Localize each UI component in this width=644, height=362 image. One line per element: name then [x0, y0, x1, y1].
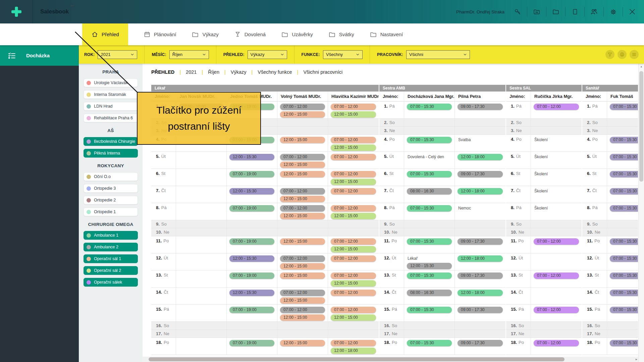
shift-pill[interactable]: 07:00 - 15:30 — [610, 137, 638, 143]
shift-pill[interactable]: 12:00 - 15:00 — [280, 340, 325, 346]
shift-pill[interactable]: 08:00 - 16:30 — [407, 188, 452, 194]
shift-pill[interactable]: 07:00 - 15:30 — [610, 238, 638, 245]
menu-button[interactable] — [630, 50, 639, 59]
shift-pill[interactable]: 07:00 - 12:00 — [331, 238, 376, 245]
shift-pill[interactable]: 07:00 - 12:00 — [331, 290, 376, 296]
shift-pill[interactable]: 07:00 - 19:00 — [229, 238, 274, 245]
location-item[interactable]: Ambulance 1 — [84, 231, 138, 240]
shift-pill[interactable]: 07:00 - 12:00 — [331, 340, 376, 346]
shift-pill[interactable]: 12:00 - 15:00 — [280, 273, 325, 279]
shift-pill[interactable]: 12:00 - 15:00 — [280, 314, 325, 321]
location-item[interactable]: Ortopedie 1 — [84, 207, 138, 216]
shift-pill[interactable]: 07:00 - 19:00 — [229, 340, 274, 346]
location-item[interactable]: Urologie Václavák — [84, 78, 138, 87]
shift-pill[interactable]: 07:00 - 19:00 — [229, 171, 274, 177]
shift-pill[interactable]: 12:00 - 15:00 — [331, 111, 376, 118]
shift-pill[interactable]: 07:00 - 15:30 — [407, 307, 452, 313]
shift-pill[interactable]: 12:00 - 15:00 — [280, 171, 325, 177]
shift-pill[interactable]: 09:00 - 17:30 — [458, 340, 503, 346]
shift-pill[interactable]: 12:00 - 18:00 — [331, 348, 376, 354]
location-item[interactable]: Interna Staromák — [84, 90, 138, 99]
sidebar-collapse-button[interactable]: ← — [69, 1, 75, 8]
shift-pill[interactable]: 12:00 - 15:00 — [280, 196, 325, 202]
shift-pill[interactable]: 12:00 - 15:00 — [280, 297, 325, 304]
location-item[interactable]: LDN Hrad — [84, 102, 138, 111]
shift-pill[interactable]: 12:00 - 15:00 — [331, 144, 376, 151]
shift-pill[interactable]: 09:00 - 17:30 — [458, 307, 503, 313]
tab-dovolena[interactable]: Dovolená — [234, 23, 266, 45]
schedule-note[interactable]: Nemoc — [458, 206, 503, 211]
mesic-select[interactable]: Říjen — [169, 50, 209, 59]
schedule-note[interactable]: Dovolená - Celý den — [408, 155, 452, 160]
shift-pill[interactable]: 07:00 - 12:00 — [331, 205, 376, 212]
shift-pill[interactable]: 12:00 - 15:30 — [229, 188, 274, 194]
shift-pill[interactable]: 07:00 - 12:00 — [280, 307, 325, 313]
shift-pill[interactable]: 07:00 - 12:00 — [331, 188, 376, 194]
location-item[interactable]: Oční O.o — [84, 172, 138, 181]
key-icon[interactable] — [513, 7, 523, 17]
shift-pill[interactable]: 12:00 - 15:00 — [280, 263, 325, 269]
users-icon[interactable] — [589, 7, 599, 17]
scroll-up-icon[interactable]: ▲ — [639, 65, 644, 68]
location-item[interactable]: Ortopedie 3 — [84, 184, 138, 193]
shift-pill[interactable]: 07:00 - 15:30 — [407, 171, 452, 177]
shift-pill[interactable]: 12:00 - 15:00 — [280, 213, 325, 219]
shift-pill[interactable]: 07:00 - 12:00 — [331, 171, 376, 177]
shift-pill[interactable]: 09:00 - 17:30 — [458, 104, 503, 110]
shift-pill[interactable]: 12:00 - 15:00 — [331, 314, 376, 321]
shift-pill[interactable]: 07:00 - 12:00 — [534, 238, 579, 245]
vertical-scrollbar[interactable]: ▲ — [638, 64, 644, 362]
shift-pill[interactable]: 12:00 - 15:00 — [280, 137, 325, 143]
funkce-select[interactable]: Všechny — [323, 50, 363, 59]
shift-pill[interactable]: 07:00 - 19:00 — [229, 273, 274, 279]
app-logo[interactable] — [0, 0, 33, 23]
shift-pill[interactable]: 07:00 - 12:00 — [280, 104, 325, 110]
shift-pill[interactable]: 12:00 - 15:30 — [229, 255, 274, 262]
shift-pill[interactable]: 07:00 - 12:00 — [280, 255, 325, 262]
shift-pill[interactable]: 12:00 - 15:30 — [229, 154, 274, 160]
folder-icon[interactable] — [551, 7, 561, 17]
shift-pill[interactable]: 07:00 - 12:00 — [331, 104, 376, 110]
location-item[interactable]: Operační sál 2 — [84, 266, 138, 275]
shift-pill[interactable]: 07:00 - 12:00 — [280, 290, 325, 296]
shift-pill[interactable]: 07:00 - 15:30 — [610, 255, 638, 262]
shift-pill[interactable]: 07:00 - 15:30 — [610, 154, 638, 160]
close-icon[interactable] — [627, 7, 637, 17]
shift-pill[interactable]: 07:00 - 15:30 — [610, 273, 638, 279]
location-item[interactable]: Ambulance 2 — [84, 243, 138, 251]
location-item[interactable]: Rehabilitace Praha 6 — [84, 114, 138, 122]
tab-svatky[interactable]: Svátky — [328, 23, 354, 45]
shift-pill[interactable]: 12:00 - 15:00 — [331, 213, 376, 219]
location-item[interactable]: Operační sálek — [84, 278, 138, 287]
schedule-note[interactable]: Školení — [534, 189, 579, 194]
tab-uzaverky[interactable]: Uzávěrky — [281, 23, 313, 45]
shift-pill[interactable]: 07:00 - 15:30 — [407, 238, 452, 245]
shift-pill[interactable]: 12:00 - 15:00 — [280, 162, 325, 168]
tablet-icon[interactable] — [570, 7, 580, 17]
shift-pill[interactable]: 12:00 - 18:00 — [458, 154, 503, 160]
shift-pill[interactable]: 07:00 - 15:30 — [610, 205, 638, 212]
shift-pill[interactable]: 07:00 - 12:00 — [534, 307, 579, 313]
sidebar-item-dochazka[interactable]: Docházka — [0, 45, 79, 66]
tab-nastaveni[interactable]: Nastavení — [370, 23, 403, 45]
folder-n-icon[interactable] — [532, 7, 542, 17]
horizontal-scrollbar[interactable]: ▸ — [143, 357, 638, 362]
tab-planovani[interactable]: Plánování — [144, 23, 176, 45]
shift-pill[interactable]: 12:00 - 15:00 — [331, 179, 376, 185]
scroll-right-icon[interactable]: ▸ — [636, 357, 637, 361]
schedule-note[interactable]: Svatba — [458, 137, 503, 142]
shift-pill[interactable]: 07:00 - 12:00 — [280, 154, 325, 160]
prehled-select[interactable]: Výkazy — [248, 50, 287, 59]
shift-pill[interactable]: 12:00 - 15:00 — [331, 280, 376, 287]
shift-pill[interactable]: 12:00 - 18:00 — [458, 188, 503, 194]
shift-pill[interactable]: 07:00 - 12:00 — [534, 104, 579, 110]
shift-pill[interactable]: 07:00 - 19:00 — [229, 307, 274, 313]
shift-pill[interactable]: 07:00 - 15:30 — [610, 171, 638, 177]
shift-pill[interactable]: 07:00 - 19:00 — [229, 205, 274, 212]
location-item[interactable]: Ortopedie 2 — [84, 196, 138, 204]
tab-prehled[interactable]: Přehled — [82, 23, 128, 45]
shift-pill[interactable]: 07:00 - 12:00 — [534, 273, 579, 279]
horizontal-scrollbar-thumb[interactable] — [149, 357, 565, 361]
shift-pill[interactable]: 12:00 - 15:30 — [229, 290, 274, 296]
shift-pill[interactable]: 07:00 - 15:30 — [407, 104, 452, 110]
